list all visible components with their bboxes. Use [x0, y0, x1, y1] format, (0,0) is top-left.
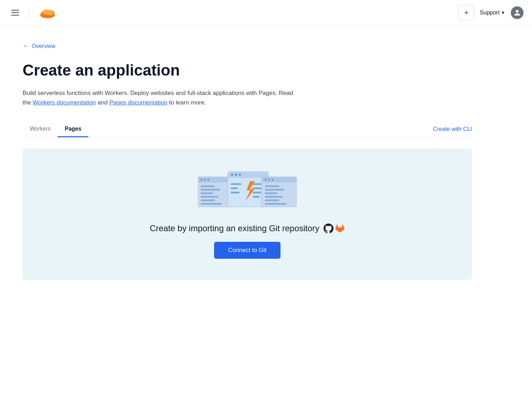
gitlab-icon — [335, 223, 345, 233]
support-label: Support — [480, 10, 500, 16]
card-description: Create by importing an existing Git repo… — [150, 223, 345, 233]
import-card: Create by importing an existing Git repo… — [23, 149, 472, 280]
svg-rect-43 — [265, 196, 283, 198]
svg-rect-27 — [231, 183, 241, 185]
cloudflare-logo — [36, 6, 58, 20]
chevron-down-icon: ▼ — [501, 10, 505, 15]
svg-point-23 — [231, 174, 233, 176]
create-cli-link[interactable]: Create with CLI — [433, 126, 472, 132]
plus-icon: + — [464, 8, 469, 17]
pages-doc-link[interactable]: Pages documentation — [109, 99, 167, 106]
svg-rect-7 — [43, 17, 51, 17]
browser-windows-illustration — [198, 170, 297, 212]
svg-point-37 — [265, 179, 267, 181]
svg-rect-15 — [201, 189, 220, 191]
github-icon — [324, 223, 333, 233]
breadcrumb: ← Overview — [23, 42, 472, 50]
tab-pages[interactable]: Pages — [58, 121, 88, 137]
user-avatar[interactable] — [511, 6, 524, 19]
description-text-part2: to learn more. — [167, 99, 206, 106]
svg-rect-41 — [265, 189, 284, 191]
svg-point-25 — [239, 174, 241, 176]
breadcrumb-arrow[interactable]: ← — [23, 42, 29, 50]
svg-point-39 — [272, 179, 274, 181]
header: + Support ▼ — [0, 0, 532, 25]
svg-point-13 — [207, 179, 209, 181]
svg-rect-42 — [265, 192, 277, 194]
header-divider — [29, 6, 29, 20]
tabs-container: Workers Pages Create with CLI — [23, 121, 472, 137]
tabs-left: Workers Pages — [23, 121, 433, 137]
svg-rect-19 — [201, 203, 222, 205]
svg-point-5 — [43, 10, 49, 14]
git-repository-illustration — [198, 170, 297, 212]
svg-rect-45 — [265, 203, 286, 205]
svg-rect-31 — [253, 187, 261, 189]
tab-workers[interactable]: Workers — [23, 121, 58, 137]
user-icon — [514, 9, 521, 16]
workers-doc-link[interactable]: Workers documentation — [32, 99, 96, 106]
hamburger-menu-button[interactable] — [8, 7, 22, 18]
logo-area — [36, 6, 58, 20]
svg-rect-40 — [265, 185, 279, 187]
svg-rect-18 — [201, 199, 215, 201]
header-right: + Support ▼ — [459, 5, 524, 20]
svg-rect-36 — [261, 180, 297, 182]
page-description: Build serverless functions with Workers.… — [23, 88, 298, 107]
svg-rect-16 — [201, 192, 213, 194]
svg-rect-17 — [201, 196, 218, 198]
svg-point-38 — [268, 179, 270, 181]
svg-point-24 — [235, 174, 237, 176]
description-and: and — [96, 99, 110, 106]
connect-to-git-button[interactable]: Connect to Git — [214, 242, 281, 259]
svg-rect-33 — [253, 196, 260, 198]
svg-rect-6 — [42, 15, 52, 16]
svg-rect-29 — [231, 192, 240, 193]
svg-rect-14 — [201, 185, 215, 187]
svg-rect-44 — [265, 199, 279, 201]
svg-rect-28 — [231, 187, 238, 189]
breadcrumb-link[interactable]: Overview — [32, 43, 55, 49]
page-title: Create an application — [23, 61, 472, 80]
svg-point-12 — [204, 179, 206, 181]
main-content: ← Overview Create an application Build s… — [0, 25, 495, 297]
card-description-text: Create by importing an existing Git repo… — [150, 223, 319, 233]
add-button[interactable]: + — [459, 5, 474, 20]
support-button[interactable]: Support ▼ — [480, 10, 505, 16]
svg-point-11 — [200, 179, 202, 181]
git-provider-icons — [324, 223, 345, 233]
